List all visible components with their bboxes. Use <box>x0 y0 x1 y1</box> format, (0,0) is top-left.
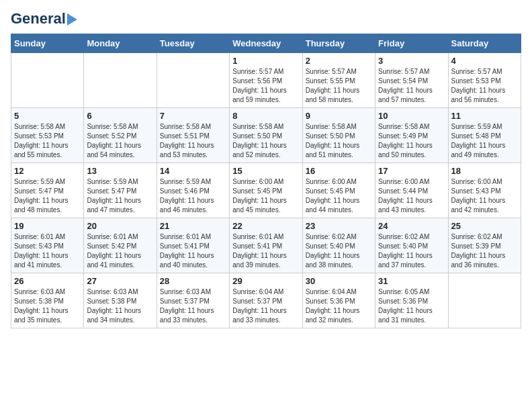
day-number: 1 <box>232 56 299 66</box>
day-info: Sunrise: 6:02 AM Sunset: 5:40 PM Dayligh… <box>378 232 445 270</box>
day-number: 4 <box>451 56 518 66</box>
day-number: 9 <box>306 111 372 121</box>
day-info: Sunrise: 5:58 AM Sunset: 5:49 PM Dayligh… <box>378 122 445 160</box>
calendar-cell: 5Sunrise: 5:58 AM Sunset: 5:53 PM Daylig… <box>11 108 84 163</box>
day-info: Sunrise: 5:59 AM Sunset: 5:47 PM Dayligh… <box>87 177 153 215</box>
day-info: Sunrise: 5:59 AM Sunset: 5:48 PM Dayligh… <box>451 122 518 160</box>
day-number: 14 <box>160 166 226 176</box>
day-info: Sunrise: 6:00 AM Sunset: 5:45 PM Dayligh… <box>232 177 299 215</box>
day-info: Sunrise: 6:00 AM Sunset: 5:43 PM Dayligh… <box>451 177 518 215</box>
calendar-table: SundayMondayTuesdayWednesdayThursdayFrid… <box>11 34 521 328</box>
logo: General <box>11 11 79 27</box>
day-info: Sunrise: 6:02 AM Sunset: 5:39 PM Dayligh… <box>451 232 518 270</box>
day-number: 15 <box>232 166 299 176</box>
day-info: Sunrise: 5:58 AM Sunset: 5:52 PM Dayligh… <box>87 122 153 160</box>
day-number: 20 <box>87 221 153 231</box>
calendar-week-row: 1Sunrise: 5:57 AM Sunset: 5:56 PM Daylig… <box>11 53 521 108</box>
day-number: 8 <box>232 111 299 121</box>
day-info: Sunrise: 5:57 AM Sunset: 5:53 PM Dayligh… <box>451 67 518 105</box>
calendar-cell: 23Sunrise: 6:02 AM Sunset: 5:40 PM Dayli… <box>302 218 375 273</box>
day-info: Sunrise: 6:04 AM Sunset: 5:36 PM Dayligh… <box>306 287 372 325</box>
calendar-cell: 15Sunrise: 6:00 AM Sunset: 5:45 PM Dayli… <box>230 163 302 218</box>
calendar-cell: 9Sunrise: 5:58 AM Sunset: 5:50 PM Daylig… <box>302 108 375 163</box>
day-number: 7 <box>160 111 226 121</box>
day-info: Sunrise: 6:01 AM Sunset: 5:41 PM Dayligh… <box>160 232 226 270</box>
day-number: 18 <box>451 166 518 176</box>
day-number: 29 <box>232 276 299 286</box>
calendar-cell: 21Sunrise: 6:01 AM Sunset: 5:41 PM Dayli… <box>157 218 229 273</box>
weekday-header: Thursday <box>302 34 375 53</box>
calendar-cell <box>11 53 84 108</box>
day-info: Sunrise: 5:59 AM Sunset: 5:47 PM Dayligh… <box>14 177 81 215</box>
day-info: Sunrise: 6:00 AM Sunset: 5:45 PM Dayligh… <box>306 177 372 215</box>
weekday-header: Tuesday <box>157 34 229 53</box>
day-info: Sunrise: 5:59 AM Sunset: 5:46 PM Dayligh… <box>160 177 226 215</box>
day-number: 13 <box>87 166 153 176</box>
day-number: 16 <box>306 166 372 176</box>
day-info: Sunrise: 6:03 AM Sunset: 5:38 PM Dayligh… <box>14 287 81 325</box>
calendar-cell: 1Sunrise: 5:57 AM Sunset: 5:56 PM Daylig… <box>230 53 302 108</box>
calendar-cell: 16Sunrise: 6:00 AM Sunset: 5:45 PM Dayli… <box>302 163 375 218</box>
day-info: Sunrise: 6:01 AM Sunset: 5:43 PM Dayligh… <box>14 232 81 270</box>
calendar-cell: 13Sunrise: 5:59 AM Sunset: 5:47 PM Dayli… <box>84 163 157 218</box>
calendar-cell: 31Sunrise: 6:05 AM Sunset: 5:36 PM Dayli… <box>375 273 448 328</box>
day-number: 27 <box>87 276 153 286</box>
logo-text: General <box>11 11 79 27</box>
calendar-cell <box>448 273 521 328</box>
calendar-cell <box>157 53 229 108</box>
calendar-cell: 29Sunrise: 6:04 AM Sunset: 5:37 PM Dayli… <box>230 273 302 328</box>
day-info: Sunrise: 6:04 AM Sunset: 5:37 PM Dayligh… <box>232 287 299 325</box>
calendar-cell: 17Sunrise: 6:00 AM Sunset: 5:44 PM Dayli… <box>375 163 448 218</box>
day-number: 6 <box>87 111 153 121</box>
day-number: 11 <box>451 111 518 121</box>
calendar-week-row: 19Sunrise: 6:01 AM Sunset: 5:43 PM Dayli… <box>11 218 521 273</box>
day-info: Sunrise: 6:00 AM Sunset: 5:44 PM Dayligh… <box>378 177 445 215</box>
weekday-header: Saturday <box>448 34 521 53</box>
day-number: 23 <box>306 221 372 231</box>
calendar-cell: 19Sunrise: 6:01 AM Sunset: 5:43 PM Dayli… <box>11 218 84 273</box>
calendar-cell: 26Sunrise: 6:03 AM Sunset: 5:38 PM Dayli… <box>11 273 84 328</box>
calendar-cell: 25Sunrise: 6:02 AM Sunset: 5:39 PM Dayli… <box>448 218 521 273</box>
calendar-cell <box>84 53 157 108</box>
day-info: Sunrise: 5:57 AM Sunset: 5:55 PM Dayligh… <box>306 67 372 105</box>
calendar-cell: 6Sunrise: 5:58 AM Sunset: 5:52 PM Daylig… <box>84 108 157 163</box>
day-info: Sunrise: 5:58 AM Sunset: 5:50 PM Dayligh… <box>306 122 372 160</box>
day-number: 31 <box>378 276 445 286</box>
calendar-cell: 10Sunrise: 5:58 AM Sunset: 5:49 PM Dayli… <box>375 108 448 163</box>
weekday-header: Wednesday <box>230 34 302 53</box>
day-info: Sunrise: 5:57 AM Sunset: 5:56 PM Dayligh… <box>232 67 299 105</box>
day-info: Sunrise: 5:58 AM Sunset: 5:53 PM Dayligh… <box>14 122 81 160</box>
day-info: Sunrise: 6:01 AM Sunset: 5:42 PM Dayligh… <box>87 232 153 270</box>
calendar-cell: 27Sunrise: 6:03 AM Sunset: 5:38 PM Dayli… <box>84 273 157 328</box>
calendar-cell: 18Sunrise: 6:00 AM Sunset: 5:43 PM Dayli… <box>448 163 521 218</box>
day-number: 21 <box>160 221 226 231</box>
calendar-cell: 4Sunrise: 5:57 AM Sunset: 5:53 PM Daylig… <box>448 53 521 108</box>
calendar-cell: 22Sunrise: 6:01 AM Sunset: 5:41 PM Dayli… <box>230 218 302 273</box>
day-info: Sunrise: 6:03 AM Sunset: 5:37 PM Dayligh… <box>160 287 226 325</box>
weekday-header: Friday <box>375 34 448 53</box>
day-info: Sunrise: 6:05 AM Sunset: 5:36 PM Dayligh… <box>378 287 445 325</box>
day-number: 19 <box>14 221 81 231</box>
calendar-cell: 30Sunrise: 6:04 AM Sunset: 5:36 PM Dayli… <box>302 273 375 328</box>
day-info: Sunrise: 6:03 AM Sunset: 5:38 PM Dayligh… <box>87 287 153 325</box>
day-number: 28 <box>160 276 226 286</box>
day-info: Sunrise: 5:58 AM Sunset: 5:51 PM Dayligh… <box>160 122 226 160</box>
calendar-cell: 14Sunrise: 5:59 AM Sunset: 5:46 PM Dayli… <box>157 163 229 218</box>
calendar-cell: 8Sunrise: 5:58 AM Sunset: 5:50 PM Daylig… <box>230 108 302 163</box>
calendar-cell: 7Sunrise: 5:58 AM Sunset: 5:51 PM Daylig… <box>157 108 229 163</box>
day-number: 17 <box>378 166 445 176</box>
calendar-cell: 24Sunrise: 6:02 AM Sunset: 5:40 PM Dayli… <box>375 218 448 273</box>
weekday-header: Monday <box>84 34 157 53</box>
calendar-cell: 11Sunrise: 5:59 AM Sunset: 5:48 PM Dayli… <box>448 108 521 163</box>
day-number: 5 <box>14 111 81 121</box>
calendar-header-row: SundayMondayTuesdayWednesdayThursdayFrid… <box>11 34 521 53</box>
day-number: 3 <box>378 56 445 66</box>
day-number: 24 <box>378 221 445 231</box>
day-number: 12 <box>14 166 81 176</box>
day-info: Sunrise: 6:02 AM Sunset: 5:40 PM Dayligh… <box>306 232 372 270</box>
calendar-cell: 28Sunrise: 6:03 AM Sunset: 5:37 PM Dayli… <box>157 273 229 328</box>
calendar-week-row: 12Sunrise: 5:59 AM Sunset: 5:47 PM Dayli… <box>11 163 521 218</box>
page-header: General <box>11 11 521 27</box>
day-info: Sunrise: 5:57 AM Sunset: 5:54 PM Dayligh… <box>378 67 445 105</box>
day-number: 22 <box>232 221 299 231</box>
